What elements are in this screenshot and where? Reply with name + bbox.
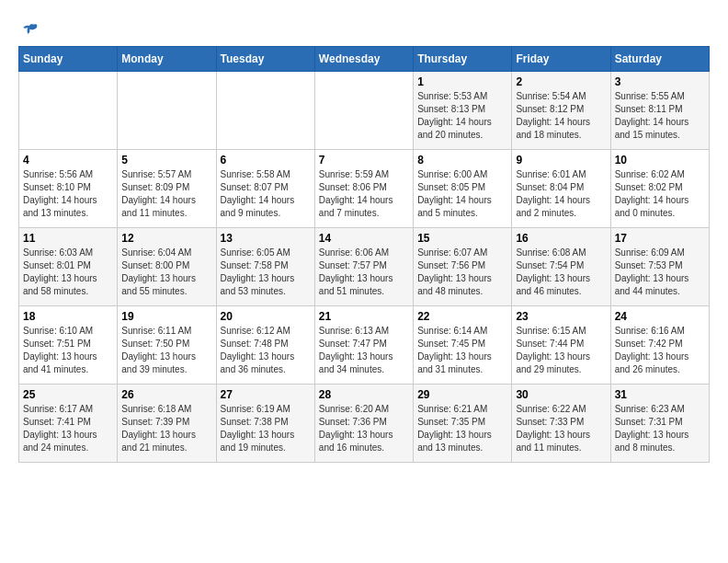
day-number: 31 (615, 388, 705, 401)
calendar-cell: 30Sunrise: 6:22 AM Sunset: 7:33 PM Dayli… (512, 385, 610, 463)
day-number: 16 (516, 232, 606, 245)
day-number: 9 (516, 154, 606, 167)
col-monday: Monday (118, 47, 216, 72)
calendar-cell: 6Sunrise: 5:58 AM Sunset: 8:07 PM Daylig… (216, 150, 314, 228)
calendar-cell: 11Sunrise: 6:03 AM Sunset: 8:01 PM Dayli… (19, 228, 118, 306)
col-friday: Friday (512, 47, 610, 72)
day-info: Sunrise: 6:11 AM Sunset: 7:50 PM Dayligh… (121, 325, 211, 376)
calendar-cell (118, 72, 216, 150)
calendar-cell: 3Sunrise: 5:55 AM Sunset: 8:11 PM Daylig… (610, 72, 709, 150)
day-number: 17 (615, 232, 705, 245)
day-number: 14 (319, 232, 409, 245)
day-info: Sunrise: 6:07 AM Sunset: 7:56 PM Dayligh… (417, 247, 507, 298)
calendar-cell: 31Sunrise: 6:23 AM Sunset: 7:31 PM Dayli… (610, 385, 709, 463)
calendar-cell: 26Sunrise: 6:18 AM Sunset: 7:39 PM Dayli… (118, 385, 216, 463)
calendar-cell: 28Sunrise: 6:20 AM Sunset: 7:36 PM Dayli… (314, 385, 413, 463)
calendar-cell: 14Sunrise: 6:06 AM Sunset: 7:57 PM Dayli… (314, 228, 413, 306)
calendar-cell: 4Sunrise: 5:56 AM Sunset: 8:10 PM Daylig… (19, 150, 118, 228)
calendar-week-4: 18Sunrise: 6:10 AM Sunset: 7:51 PM Dayli… (19, 306, 710, 385)
calendar-table: Sunday Monday Tuesday Wednesday Thursday… (18, 46, 710, 463)
calendar-cell: 17Sunrise: 6:09 AM Sunset: 7:53 PM Dayli… (610, 228, 709, 306)
calendar-header: Sunday Monday Tuesday Wednesday Thursday… (19, 47, 710, 72)
day-number: 19 (121, 310, 211, 323)
day-info: Sunrise: 6:09 AM Sunset: 7:53 PM Dayligh… (615, 247, 705, 298)
day-info: Sunrise: 6:19 AM Sunset: 7:38 PM Dayligh… (221, 403, 311, 454)
page-header (18, 18, 710, 37)
day-info: Sunrise: 5:56 AM Sunset: 8:10 PM Dayligh… (23, 168, 113, 220)
day-number: 26 (121, 388, 211, 401)
calendar-week-3: 11Sunrise: 6:03 AM Sunset: 8:01 PM Dayli… (19, 228, 710, 306)
calendar-cell: 12Sunrise: 6:04 AM Sunset: 8:00 PM Dayli… (118, 228, 216, 306)
day-info: Sunrise: 6:20 AM Sunset: 7:36 PM Dayligh… (319, 403, 409, 454)
calendar-cell: 25Sunrise: 6:17 AM Sunset: 7:41 PM Dayli… (19, 385, 118, 463)
calendar-week-1: 1Sunrise: 5:53 AM Sunset: 8:13 PM Daylig… (19, 72, 710, 150)
calendar-cell: 13Sunrise: 6:05 AM Sunset: 7:58 PM Dayli… (216, 228, 314, 306)
col-thursday: Thursday (414, 47, 512, 72)
col-wednesday: Wednesday (314, 47, 413, 72)
day-info: Sunrise: 6:00 AM Sunset: 8:05 PM Dayligh… (417, 168, 507, 220)
calendar-cell: 18Sunrise: 6:10 AM Sunset: 7:51 PM Dayli… (19, 306, 118, 385)
calendar-cell: 16Sunrise: 6:08 AM Sunset: 7:54 PM Dayli… (512, 228, 610, 306)
calendar-cell: 2Sunrise: 5:54 AM Sunset: 8:12 PM Daylig… (512, 72, 610, 150)
day-number: 18 (23, 310, 113, 323)
day-info: Sunrise: 5:55 AM Sunset: 8:11 PM Dayligh… (615, 90, 705, 142)
day-info: Sunrise: 6:21 AM Sunset: 7:35 PM Dayligh… (417, 403, 507, 454)
day-number: 23 (516, 310, 606, 323)
calendar-cell: 22Sunrise: 6:14 AM Sunset: 7:45 PM Dayli… (414, 306, 512, 385)
day-number: 3 (615, 75, 705, 88)
day-info: Sunrise: 6:14 AM Sunset: 7:45 PM Dayligh… (417, 325, 507, 376)
day-number: 7 (319, 154, 409, 167)
calendar-cell: 27Sunrise: 6:19 AM Sunset: 7:38 PM Dayli… (216, 385, 314, 463)
calendar-week-2: 4Sunrise: 5:56 AM Sunset: 8:10 PM Daylig… (19, 150, 710, 228)
day-info: Sunrise: 6:03 AM Sunset: 8:01 PM Dayligh… (23, 247, 113, 298)
day-number: 8 (417, 154, 507, 167)
day-info: Sunrise: 6:05 AM Sunset: 7:58 PM Dayligh… (221, 247, 311, 298)
day-info: Sunrise: 6:23 AM Sunset: 7:31 PM Dayligh… (615, 403, 705, 454)
day-number: 24 (615, 310, 705, 323)
calendar-cell: 20Sunrise: 6:12 AM Sunset: 7:48 PM Dayli… (216, 306, 314, 385)
calendar-body: 1Sunrise: 5:53 AM Sunset: 8:13 PM Daylig… (19, 72, 710, 463)
calendar-cell: 1Sunrise: 5:53 AM Sunset: 8:13 PM Daylig… (414, 72, 512, 150)
day-info: Sunrise: 6:17 AM Sunset: 7:41 PM Dayligh… (23, 403, 113, 454)
calendar-cell: 21Sunrise: 6:13 AM Sunset: 7:47 PM Dayli… (314, 306, 413, 385)
calendar-cell (314, 72, 413, 150)
day-info: Sunrise: 5:53 AM Sunset: 8:13 PM Dayligh… (417, 90, 507, 142)
day-number: 22 (417, 310, 507, 323)
day-number: 25 (23, 388, 113, 401)
calendar-cell (216, 72, 314, 150)
day-number: 28 (319, 388, 409, 401)
day-number: 5 (121, 154, 211, 167)
calendar-cell: 29Sunrise: 6:21 AM Sunset: 7:35 PM Dayli… (414, 385, 512, 463)
col-tuesday: Tuesday (216, 47, 314, 72)
logo-bird-icon (20, 18, 39, 37)
calendar-cell: 15Sunrise: 6:07 AM Sunset: 7:56 PM Dayli… (414, 228, 512, 306)
day-number: 27 (221, 388, 311, 401)
day-info: Sunrise: 6:13 AM Sunset: 7:47 PM Dayligh… (319, 325, 409, 376)
day-number: 30 (516, 388, 606, 401)
day-info: Sunrise: 6:01 AM Sunset: 8:04 PM Dayligh… (516, 168, 606, 220)
day-info: Sunrise: 6:06 AM Sunset: 7:57 PM Dayligh… (319, 247, 409, 298)
col-sunday: Sunday (19, 47, 118, 72)
day-info: Sunrise: 6:02 AM Sunset: 8:02 PM Dayligh… (615, 168, 705, 220)
calendar-cell: 9Sunrise: 6:01 AM Sunset: 8:04 PM Daylig… (512, 150, 610, 228)
day-info: Sunrise: 6:08 AM Sunset: 7:54 PM Dayligh… (516, 247, 606, 298)
day-number: 11 (23, 232, 113, 245)
day-number: 20 (221, 310, 311, 323)
day-info: Sunrise: 6:22 AM Sunset: 7:33 PM Dayligh… (516, 403, 606, 454)
day-info: Sunrise: 6:15 AM Sunset: 7:44 PM Dayligh… (516, 325, 606, 376)
day-info: Sunrise: 6:04 AM Sunset: 8:00 PM Dayligh… (121, 247, 211, 298)
day-info: Sunrise: 6:12 AM Sunset: 7:48 PM Dayligh… (221, 325, 311, 376)
calendar-cell: 23Sunrise: 6:15 AM Sunset: 7:44 PM Dayli… (512, 306, 610, 385)
day-number: 13 (221, 232, 311, 245)
calendar-cell: 10Sunrise: 6:02 AM Sunset: 8:02 PM Dayli… (610, 150, 709, 228)
calendar-cell: 19Sunrise: 6:11 AM Sunset: 7:50 PM Dayli… (118, 306, 216, 385)
day-number: 2 (516, 75, 606, 88)
day-number: 21 (319, 310, 409, 323)
calendar-cell: 8Sunrise: 6:00 AM Sunset: 8:05 PM Daylig… (414, 150, 512, 228)
calendar-cell (19, 72, 118, 150)
day-info: Sunrise: 5:57 AM Sunset: 8:09 PM Dayligh… (121, 168, 211, 220)
day-info: Sunrise: 6:18 AM Sunset: 7:39 PM Dayligh… (121, 403, 211, 454)
calendar-cell: 7Sunrise: 5:59 AM Sunset: 8:06 PM Daylig… (314, 150, 413, 228)
day-info: Sunrise: 5:59 AM Sunset: 8:06 PM Dayligh… (319, 168, 409, 220)
day-number: 29 (417, 388, 507, 401)
